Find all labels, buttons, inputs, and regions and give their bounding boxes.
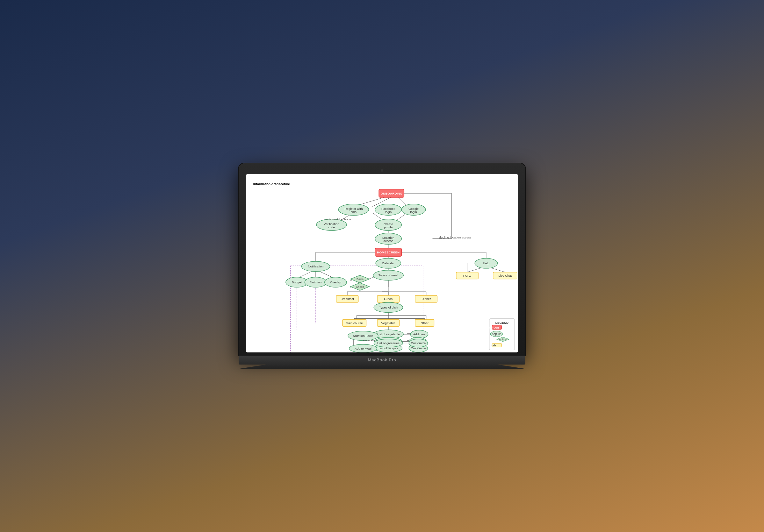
onboarding-node: ONBOARDING <box>379 189 404 198</box>
svg-text:Dinner: Dinner <box>422 297 431 301</box>
homescreen-node: HOMESCREEN <box>375 248 401 256</box>
svg-text:Types of meal: Types of meal <box>378 274 398 277</box>
screen-bezel: Information Architecture <box>239 163 525 356</box>
facebook-node: Facebook login <box>375 204 401 215</box>
svg-text:sms: sms <box>351 210 356 213</box>
svg-text:Add new: Add new <box>413 332 426 336</box>
svg-text:Calendar: Calendar <box>382 261 395 265</box>
live-chat-node: Live Chat <box>493 272 517 279</box>
google-node: Google login <box>401 204 425 215</box>
svg-text:LEGEND: LEGEND <box>495 321 508 324</box>
svg-text:action: action <box>498 337 507 341</box>
dinner-node: Dinner <box>415 296 437 303</box>
svg-text:FQAs: FQAs <box>463 274 471 277</box>
help-node: Help <box>475 258 497 268</box>
svg-text:Share: Share <box>356 285 364 288</box>
svg-text:Nutrition Facts: Nutrition Facts <box>353 334 373 337</box>
svg-text:Save: Save <box>356 277 363 281</box>
breakfast-node: Breakfast <box>336 296 358 303</box>
camera <box>381 169 383 172</box>
notification-node: Notification <box>301 261 330 272</box>
svg-text:HOMESCREEN: HOMESCREEN <box>377 250 400 254</box>
register-node: Register with sms <box>338 204 369 215</box>
create-profile-node: Create profile <box>375 219 401 230</box>
svg-text:Nutrition: Nutrition <box>310 280 322 284</box>
svg-text:Live Chat: Live Chat <box>498 274 512 277</box>
svg-text:Overlap: Overlap <box>330 280 341 284</box>
svg-text:Add to Meal: Add to Meal <box>355 346 371 350</box>
svg-text:login: login <box>410 210 417 213</box>
code-sent-label: code sent to phone <box>324 217 351 221</box>
svg-text:List of vegetable: List of vegetable <box>377 332 400 336</box>
svg-text:Lunch: Lunch <box>384 297 393 301</box>
svg-text:code: code <box>328 225 335 228</box>
svg-text:List of groceries: List of groceries <box>377 341 400 345</box>
svg-text:Breakfast: Breakfast <box>341 297 354 301</box>
fqas-node: FQAs <box>456 272 478 279</box>
laptop-stand <box>239 364 525 369</box>
svg-text:Main course: Main course <box>346 321 363 325</box>
svg-text:pop up: pop up <box>491 332 501 335</box>
save-node: Save <box>350 275 369 283</box>
svg-text:tab: tab <box>491 343 496 347</box>
svg-text:profile: profile <box>384 225 393 228</box>
types-of-dish-node: Types of dish <box>374 302 403 312</box>
svg-text:ONBOARDING: ONBOARDING <box>380 191 402 195</box>
decline-label: decline location access <box>439 236 472 239</box>
laptop: Information Architecture <box>239 163 525 369</box>
diagram-container: Information Architecture <box>246 174 518 352</box>
overlap-node: Overlap <box>325 277 347 287</box>
calendar-node: Calendar <box>376 258 401 268</box>
add-to-meal-node: Add to Meal <box>349 344 377 352</box>
svg-text:Budget: Budget <box>292 280 302 284</box>
svg-text:login: login <box>385 210 392 213</box>
laptop-base: MacBook Pro <box>239 356 525 364</box>
share-node: Share <box>350 283 369 290</box>
svg-text:Notification: Notification <box>308 265 323 268</box>
svg-text:Vegetable: Vegetable <box>381 321 395 325</box>
lunch-node: Lunch <box>377 296 399 303</box>
laptop-model: MacBook Pro <box>368 357 396 362</box>
svg-text:Types of dish: Types of dish <box>379 306 398 309</box>
other-node: Other <box>415 319 434 326</box>
diagram-title: Information Architecture <box>253 182 290 185</box>
location-node: Location access <box>375 233 401 244</box>
vegetable-node: Vegetable <box>377 319 399 326</box>
svg-text:access: access <box>383 239 393 243</box>
add-new-1-node: Add new <box>410 330 428 338</box>
svg-text:screen: screen <box>489 326 499 329</box>
svg-text:Help: Help <box>483 261 490 265</box>
screen: Information Architecture <box>246 174 518 352</box>
svg-text:Customize: Customize <box>411 341 426 345</box>
types-of-meal-node: Types of meal <box>373 270 403 280</box>
svg-text:Other: Other <box>421 321 429 325</box>
nutrition-facts-node: Nutrition Facts <box>348 331 378 341</box>
legend: LEGEND screen pop up action tab <box>489 319 514 350</box>
customize-2-node: Customize <box>409 339 428 347</box>
nutrition-node: Nutrition <box>304 277 326 287</box>
main-course-node: Main course <box>342 319 366 326</box>
